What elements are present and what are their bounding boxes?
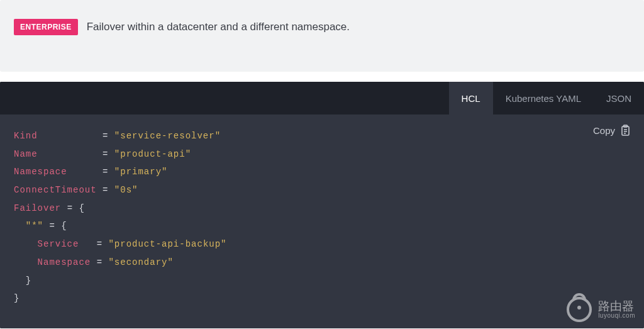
code-body: Copy Kind = "service-resolver" Name = "p… [0,114,644,328]
enterprise-badge: ENTERPRISE [14,19,78,35]
watermark-subtitle: luyouqi.com [598,313,635,320]
copy-button[interactable]: Copy [593,125,630,136]
code-block: Kind = "service-resolver" Name = "produc… [14,127,630,308]
alert-text: Failover within a datacenter and a diffe… [87,21,350,33]
svg-rect-0 [622,126,629,135]
code-panel: HCL Kubernetes YAML JSON Copy Kind = "se… [0,82,644,328]
tab-json[interactable]: JSON [594,82,644,114]
tab-hcl[interactable]: HCL [449,82,493,114]
alert-box: ENTERPRISE Failover within a datacenter … [0,0,644,72]
tab-kubernetes-yaml[interactable]: Kubernetes YAML [493,82,594,114]
clipboard-icon [620,125,630,136]
copy-label: Copy [593,125,615,136]
tab-bar: HCL Kubernetes YAML JSON [0,82,644,114]
